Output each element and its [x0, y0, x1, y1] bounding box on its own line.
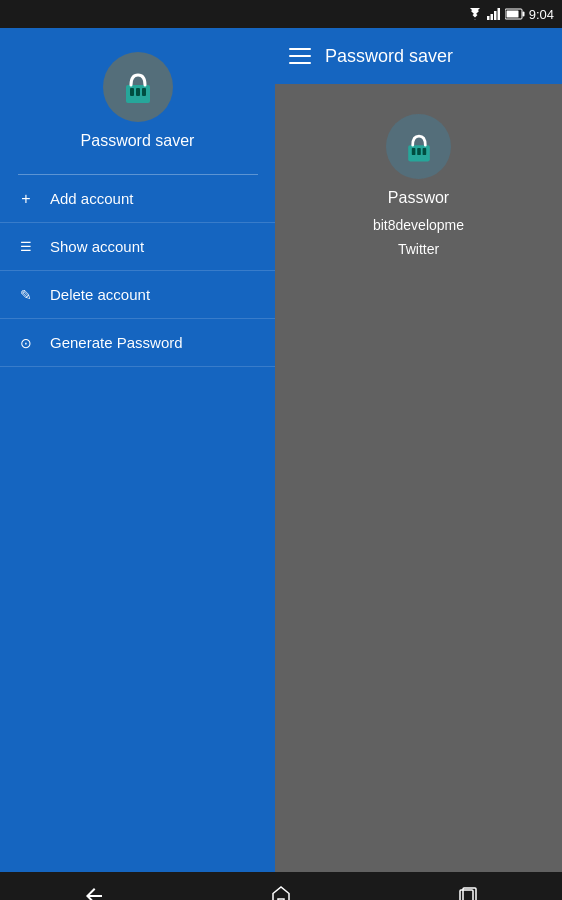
sidebar-item-delete-account[interactable]: ✎ Delete account: [0, 271, 275, 319]
add-account-label: Add account: [50, 190, 133, 207]
generate-password-icon: ⊙: [16, 335, 36, 351]
svg-rect-8: [130, 88, 134, 96]
status-icons: 9:04: [467, 7, 554, 22]
sidebar-lock-icon: [103, 52, 173, 122]
hamburger-line-1: [289, 48, 311, 50]
sidebar-item-add-account[interactable]: + Add account: [0, 175, 275, 223]
add-account-icon: +: [16, 190, 36, 208]
svg-rect-2: [494, 11, 497, 20]
svg-rect-13: [417, 147, 421, 154]
back-button[interactable]: [64, 876, 124, 900]
hamburger-line-3: [289, 62, 311, 64]
svg-rect-5: [522, 12, 524, 17]
lock-svg: [118, 67, 158, 107]
app-bar: Password saver: [275, 28, 562, 84]
svg-rect-0: [487, 16, 490, 20]
svg-rect-14: [422, 147, 426, 154]
sidebar-item-show-account[interactable]: ☰ Show account: [0, 223, 275, 271]
bottom-nav: [0, 872, 562, 900]
right-account-name: Twitter: [398, 241, 439, 257]
right-app-name: Passwor: [388, 189, 449, 207]
generate-password-label: Generate Password: [50, 334, 183, 351]
status-bar: 9:04: [0, 0, 562, 28]
recents-icon: [456, 884, 480, 900]
right-dev-name: bit8developme: [373, 217, 464, 233]
sidebar-item-generate-password[interactable]: ⊙ Generate Password: [0, 319, 275, 367]
status-time: 9:04: [529, 7, 554, 22]
sidebar-title: Password saver: [81, 132, 195, 150]
show-account-label: Show account: [50, 238, 144, 255]
right-content: Passwor bit8developme Twitter: [275, 84, 562, 872]
battery-icon: [505, 8, 525, 20]
svg-rect-10: [142, 88, 146, 96]
sidebar-menu: + Add account ☰ Show account ✎ Delete ac…: [0, 175, 275, 367]
show-account-icon: ☰: [16, 239, 36, 254]
delete-account-icon: ✎: [16, 287, 36, 303]
right-panel: Password saver Passwor bit8developme Twi…: [275, 28, 562, 872]
back-icon: [82, 884, 106, 900]
svg-rect-12: [411, 147, 415, 154]
signal-icon: [487, 8, 501, 20]
svg-rect-3: [497, 8, 500, 20]
svg-rect-1: [490, 14, 493, 20]
svg-rect-6: [506, 11, 518, 18]
hamburger-menu-button[interactable]: [289, 48, 311, 64]
app-bar-title: Password saver: [325, 46, 453, 67]
main-layout: Password saver + Add account ☰ Show acco…: [0, 28, 562, 872]
right-lock-icon: [386, 114, 451, 179]
right-lock-svg: [401, 129, 437, 165]
sidebar: Password saver + Add account ☰ Show acco…: [0, 28, 275, 872]
home-icon: [269, 884, 293, 900]
svg-rect-9: [136, 88, 140, 96]
recents-button[interactable]: [438, 876, 498, 900]
wifi-icon: [467, 8, 483, 20]
hamburger-line-2: [289, 55, 311, 57]
home-button[interactable]: [251, 876, 311, 900]
delete-account-label: Delete account: [50, 286, 150, 303]
svg-rect-15: [460, 890, 473, 900]
sidebar-header: Password saver: [0, 28, 275, 174]
